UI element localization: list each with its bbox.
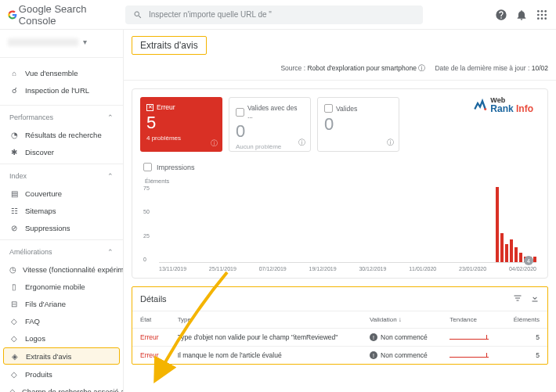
product-name: Google Search Console	[19, 3, 125, 27]
main-content: Extraits d'avis Source : Robot d'explora…	[124, 30, 556, 392]
checkbox-icon	[236, 108, 244, 117]
review-icon: ◈	[10, 351, 20, 361]
svg-point-6	[537, 17, 540, 20]
checkbox-icon	[143, 163, 152, 171]
meta-bar: Source : Robot d'exploration pour smartp…	[124, 61, 556, 81]
url-inspect-search[interactable]: Inspecter n'importe quelle URL de "	[125, 5, 423, 24]
details-panel: Détails État Type Validation ↓ Tendance …	[132, 286, 548, 365]
sitemap-icon: ☷	[9, 206, 19, 215]
nav-sitemaps[interactable]: ☷Sitemaps	[0, 202, 123, 219]
discover-icon: ✱	[9, 147, 19, 156]
download-icon[interactable]	[530, 293, 540, 304]
svg-point-8	[544, 17, 547, 20]
nav-coverage[interactable]: ▤Couverture	[0, 185, 123, 202]
crawler-source[interactable]: Robot d'exploration pour smartphone	[307, 64, 417, 72]
nav-removals[interactable]: ⊘Suppressions	[0, 219, 123, 236]
app-header: Google Search Console Inspecter n'import…	[0, 0, 556, 30]
nav-sitelinks-search[interactable]: ◇Champ de recherche associé a...	[0, 383, 123, 392]
logo-icon: ◇	[9, 333, 19, 343]
status-card-error[interactable]: ✕Erreur 5 4 problèmes ⓘ	[140, 97, 222, 152]
svg-point-0	[537, 10, 540, 13]
pages-icon: ▤	[9, 189, 19, 198]
nav-products[interactable]: ◇Produits	[0, 365, 123, 383]
chevron-up-icon: ⌃	[107, 248, 114, 256]
search-icon: ◇	[9, 387, 16, 392]
search-placeholder: Inspecter n'importe quelle URL de "	[149, 10, 272, 19]
apps-icon[interactable]	[536, 9, 548, 21]
sidebar: ▾ ⌂Vue d'ensemble ☌Inspection de l'URL P…	[0, 30, 124, 392]
checkbox-icon	[324, 104, 333, 113]
info-icon[interactable]: ⓘ	[298, 138, 305, 148]
property-selector[interactable]: ▾	[0, 34, 123, 54]
section-performance[interactable]: Performances⌃	[0, 109, 123, 126]
nav-overview[interactable]: ⌂Vue d'ensemble	[0, 64, 123, 81]
nav-review-snippets[interactable]: ◈Extraits d'avis	[3, 347, 120, 365]
nav-search-results[interactable]: ◔Résultats de recherche	[0, 126, 123, 143]
chart-icon: ◔	[9, 130, 19, 139]
nav-breadcrumb[interactable]: ⊟Fils d'Ariane	[0, 295, 123, 312]
home-icon: ⌂	[9, 68, 19, 77]
summary-panel: ✕Erreur 5 4 problèmes ⓘ Valides avec des…	[132, 88, 548, 279]
section-enhancements[interactable]: Améliorations⌃	[0, 243, 123, 261]
nav-discover[interactable]: ✱Discover	[0, 143, 123, 160]
nav-faq[interactable]: ◇FAQ	[0, 312, 123, 329]
product-icon: ◇	[9, 369, 19, 379]
sort-down-icon: ↓	[399, 316, 402, 323]
nav-mobile[interactable]: ▯Ergonomie mobile	[0, 278, 123, 295]
chevron-up-icon: ⌃	[107, 172, 114, 180]
help-icon[interactable]	[495, 9, 507, 21]
filter-icon[interactable]	[513, 293, 522, 304]
info-icon[interactable]: ⓘ	[387, 138, 394, 148]
speed-icon: ◷	[9, 264, 16, 274]
chart-hidden-badge[interactable]: 4	[524, 256, 533, 265]
table-row[interactable]: ErreurType d'objet non valide pour le ch…	[132, 329, 547, 347]
status-card-warning[interactable]: Valides avec des ... 0 Aucun problème ⓘ	[229, 97, 311, 152]
section-index[interactable]: Index⌃	[0, 167, 123, 185]
nav-logos[interactable]: ◇Logos	[0, 329, 123, 347]
breadcrumb-icon: ⊟	[9, 299, 19, 308]
svg-point-3	[537, 13, 540, 16]
product-logo: Google Search Console	[8, 3, 125, 27]
nav-speed[interactable]: ◷Vitesse (fonctionnalité expérim...	[0, 261, 123, 278]
watermark-webrankinfo: WebRank Info	[473, 97, 540, 113]
status-card-valid[interactable]: Valides 0 ⓘ	[317, 97, 399, 152]
svg-point-4	[541, 13, 543, 16]
svg-point-2	[544, 10, 547, 13]
inspect-icon: ☌	[9, 85, 19, 95]
mobile-icon: ▯	[9, 282, 19, 291]
table-row[interactable]: ErreurIl manque le nom de l'article éval…	[132, 347, 547, 365]
chevron-up-icon: ⌃	[107, 113, 114, 121]
info-icon[interactable]: ⓘ	[211, 138, 218, 149]
svg-point-9	[485, 108, 487, 110]
faq-icon: ◇	[9, 316, 19, 325]
details-table: État Type Validation ↓ Tendance Éléments…	[132, 311, 547, 364]
page-title: Extraits d'avis	[132, 36, 207, 55]
info-icon[interactable]: ⓘ	[418, 64, 425, 72]
elements-chart: Éléments 75 50 25 0 4 13/11/201925/11/20…	[132, 174, 547, 278]
svg-point-7	[541, 17, 543, 20]
svg-point-5	[544, 13, 547, 16]
remove-icon: ⊘	[9, 223, 19, 232]
nav-url-inspect[interactable]: ☌Inspection de l'URL	[0, 81, 123, 99]
svg-point-1	[541, 10, 543, 13]
google-logo: Google Search Console	[8, 3, 125, 27]
details-title: Détails	[140, 294, 167, 304]
notifications-icon[interactable]	[515, 9, 528, 21]
impressions-toggle[interactable]: Impressions	[132, 160, 547, 174]
chevron-down-icon: ▾	[83, 38, 87, 46]
search-icon	[132, 9, 144, 21]
